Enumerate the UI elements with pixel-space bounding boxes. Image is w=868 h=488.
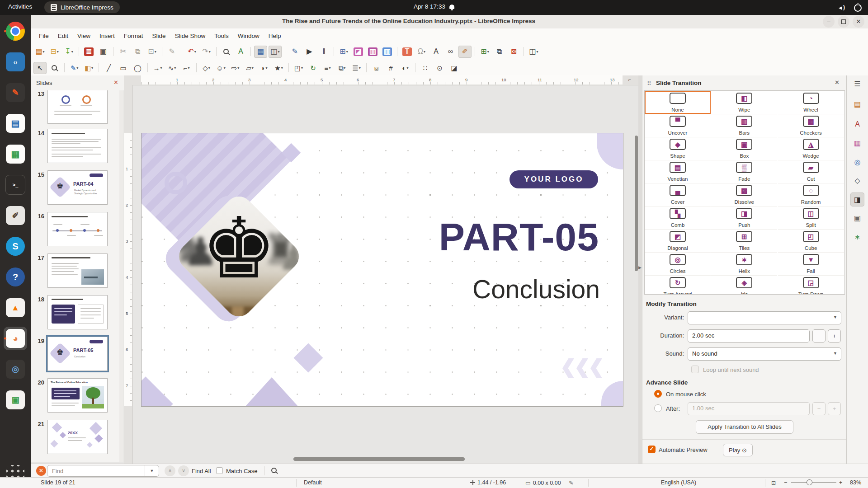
transition-helix[interactable]: ∗Helix: [711, 252, 777, 276]
transition-uncover[interactable]: ▀Uncover: [645, 114, 711, 137]
menu-slide-show[interactable]: Slide Show: [170, 30, 210, 42]
dock-item-vlc[interactable]: ▲: [4, 296, 27, 319]
window-title-bar[interactable]: The Rise and Future Trends of the Online…: [31, 15, 868, 29]
variant-select[interactable]: ▼: [688, 311, 841, 324]
glue-points-button[interactable]: ⊙: [433, 62, 446, 74]
display-views-dropdown-arrow-icon[interactable]: ▾: [278, 50, 280, 54]
line-color-button[interactable]: ✎▾: [68, 62, 81, 74]
transition-turn-around[interactable]: ↻Turn Around: [645, 275, 711, 295]
power-icon[interactable]: [854, 4, 862, 12]
cut-button[interactable]: ✂: [117, 46, 130, 58]
transition-diagonal[interactable]: ◩Diagonal: [645, 229, 711, 253]
canvas-horizontal-scrollbar[interactable]: [293, 457, 465, 461]
find-close-button[interactable]: ✕: [36, 466, 46, 476]
slide-thumbnail-14[interactable]: [47, 129, 108, 163]
insert-chart-button[interactable]: ▥: [381, 46, 394, 58]
basic-shapes-button[interactable]: ◇▾: [200, 62, 213, 74]
slide-thumbnail-20[interactable]: The Future of Online Education: [47, 378, 108, 413]
slides-panel-scrollbar[interactable]: [119, 90, 123, 462]
sound-select[interactable]: No sound▼: [688, 347, 841, 361]
sidebar-tab-navigator[interactable]: ◎: [850, 155, 864, 169]
sidebar-tab-character[interactable]: A: [850, 117, 864, 131]
find-and-replace-button[interactable]: [220, 46, 233, 58]
find-and-replace-icon[interactable]: [271, 468, 277, 474]
rectangle-button[interactable]: ▭: [117, 62, 130, 74]
insert-special-character-dropdown-arrow-icon[interactable]: ▾: [424, 50, 425, 54]
horizontal-ruler[interactable]: ⌐ 12345678910111213: [124, 75, 638, 85]
transition-wipe[interactable]: ◧Wipe: [711, 91, 777, 114]
line-color-dropdown-arrow-icon[interactable]: ▾: [76, 66, 78, 70]
insert-image-button[interactable]: ◪: [352, 46, 365, 58]
dock-item-libreoffice-impress[interactable]: ◕: [4, 327, 27, 350]
dock-item-vscode[interactable]: ‹›: [4, 50, 27, 74]
vertical-ruler[interactable]: 1234567: [124, 85, 133, 464]
menu-tools[interactable]: Tools: [210, 30, 233, 42]
volume-icon[interactable]: [839, 5, 846, 11]
start-from-first-slide-button[interactable]: ▶: [303, 46, 316, 58]
transition-dissolve[interactable]: ▩Dissolve: [711, 183, 777, 206]
stars-and-banners-dropdown-arrow-icon[interactable]: ▾: [281, 66, 283, 70]
slides-panel[interactable]: 13 14 15 ♚ PART-04 Market Dynamics and S…: [31, 90, 120, 462]
toggle-extrusion-button[interactable]: ◪: [448, 62, 461, 74]
transition-circles[interactable]: ◎Circles: [645, 252, 711, 276]
insert-table-button[interactable]: ⊞▾: [337, 46, 350, 58]
slide-title-text[interactable]: PART-05: [439, 216, 599, 258]
transition-fall[interactable]: ▼Fall: [778, 252, 844, 276]
transition-bars[interactable]: ▥Bars: [711, 114, 777, 137]
curves-and-polygons-button[interactable]: ∿▾: [165, 62, 179, 74]
after-duration-input[interactable]: 1.00 sec: [688, 402, 810, 415]
sidebar-tab-sidebar-settings[interactable]: ☰: [850, 77, 864, 91]
rotate-button[interactable]: ↻: [307, 62, 320, 74]
transition-split[interactable]: ◫Split: [778, 206, 844, 230]
display-grid-button[interactable]: ▦: [254, 46, 267, 58]
match-case-checkbox[interactable]: [216, 467, 223, 474]
paste-dropdown-arrow-icon[interactable]: ▾: [155, 50, 156, 54]
focused-app-indicator[interactable]: LibreOffice Impress: [44, 1, 120, 13]
zoom-slider-track[interactable]: [791, 482, 836, 483]
maximize-button[interactable]: [838, 16, 849, 28]
3d-objects-button[interactable]: ◰▾: [292, 62, 305, 74]
duplicate-slide-button[interactable]: ⧉: [493, 46, 506, 58]
on-mouse-click-radio[interactable]: [654, 390, 662, 398]
start-from-current-slide-button[interactable]: ‖: [317, 46, 330, 58]
transition-random[interactable]: ◌Random: [778, 183, 844, 206]
transition-push[interactable]: ◨Push: [711, 206, 777, 230]
clock[interactable]: Apr 8 17:33: [414, 3, 454, 10]
menu-window[interactable]: Window: [233, 30, 264, 42]
zoom-out-button[interactable]: −: [784, 479, 787, 486]
find-history-dropdown[interactable]: ▼: [145, 465, 159, 476]
menu-slide[interactable]: Slide: [148, 30, 170, 42]
dock-item-gimp[interactable]: ✐: [4, 204, 27, 227]
transition-none-selected[interactable]: None: [645, 91, 711, 114]
dock-item-software-store[interactable]: ▣: [4, 388, 27, 412]
callout-shapes-button[interactable]: ◗▾: [258, 62, 271, 74]
slide-thumbnail-13[interactable]: [47, 90, 108, 124]
insert-table-dropdown-arrow-icon[interactable]: ▾: [346, 50, 348, 54]
sidebar-tab-master-slides[interactable]: ▣: [850, 211, 864, 225]
lines-and-arrows-dropdown-arrow-icon[interactable]: ▾: [160, 66, 162, 70]
play-button[interactable]: Play ⊙: [723, 444, 753, 456]
open-file-dropdown-arrow-icon[interactable]: ▾: [57, 50, 59, 54]
slide-thumbnail-17[interactable]: [47, 253, 108, 288]
paste-button[interactable]: ⊡▾: [146, 46, 159, 58]
spelling-button[interactable]: A: [234, 46, 247, 58]
connectors-button[interactable]: ⌐▾: [180, 62, 193, 74]
3d-objects-dropdown-arrow-icon[interactable]: ▾: [301, 66, 303, 70]
slide-thumbnail-16[interactable]: [47, 212, 108, 246]
find-all-button[interactable]: Find All: [192, 468, 211, 474]
callout-shapes-dropdown-arrow-icon[interactable]: ▾: [266, 66, 268, 70]
panel-drag-handle-icon[interactable]: ⠿: [647, 80, 651, 87]
insert-line-button[interactable]: ╱: [102, 62, 115, 74]
sidebar-tab-shapes[interactable]: ◇: [850, 174, 864, 188]
menu-edit[interactable]: Edit: [53, 30, 73, 42]
slide-thumbnail-15[interactable]: ♚ PART-04 Market Dynamics and Strategic …: [47, 170, 108, 205]
menu-file[interactable]: File: [34, 30, 53, 42]
show-draw-functions-button[interactable]: ✐: [458, 46, 472, 58]
transition-cube[interactable]: ◰Cube: [778, 229, 844, 253]
loop-until-next-sound-checkbox[interactable]: [691, 366, 699, 373]
copy-button[interactable]: ⧉: [131, 46, 144, 58]
select-button[interactable]: ↖: [33, 62, 47, 74]
clone-formatting-button[interactable]: ✎: [165, 46, 179, 58]
minimize-button[interactable]: –: [823, 16, 835, 28]
arrange-objects-dropdown-arrow-icon[interactable]: ▾: [344, 66, 345, 70]
